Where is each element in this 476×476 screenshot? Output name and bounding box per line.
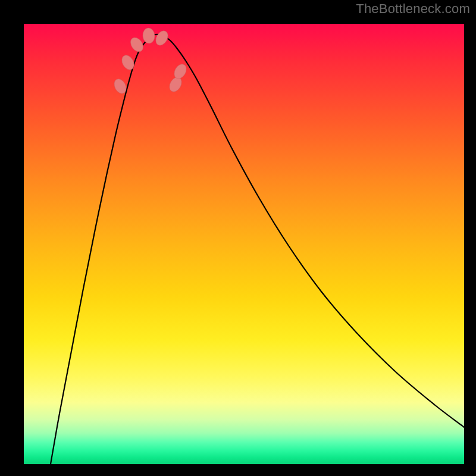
curve-marker [167,75,184,94]
curve-marker [172,62,189,81]
chart-frame: TheBottleneck.com [0,0,476,476]
curve-marker [142,27,155,44]
gradient-plot-area [24,24,464,464]
curve-svg [24,24,464,464]
watermark-text: TheBottleneck.com [356,1,470,17]
curve-markers [112,27,189,96]
bottleneck-curve [51,35,464,464]
